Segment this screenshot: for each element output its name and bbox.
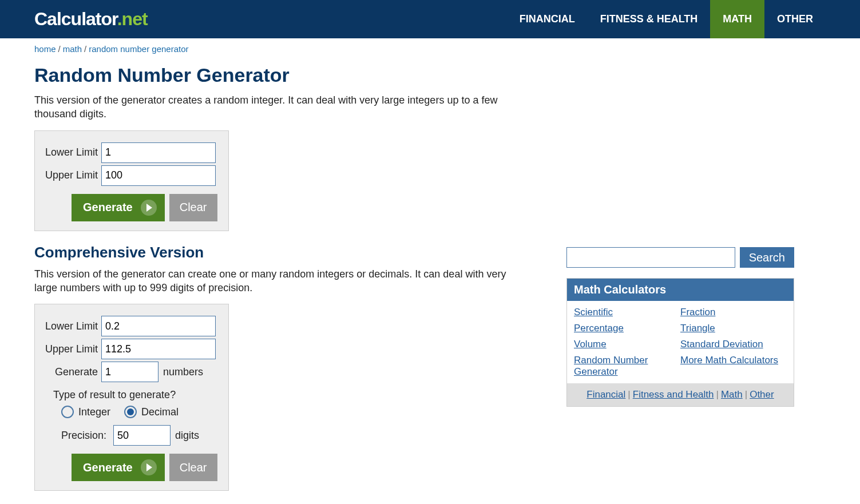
breadcrumb-math[interactable]: math [63, 44, 82, 54]
logo-name: Calculator [34, 9, 117, 29]
link-fraction[interactable]: Fraction [680, 307, 787, 318]
footer-fitness-health[interactable]: Fitness and Health [633, 389, 714, 400]
comp-clear-button[interactable]: Clear [169, 454, 217, 481]
sidebar: Search Math Calculators Scientific Perce… [566, 247, 794, 407]
radio-integer-label: Integer [78, 406, 110, 418]
breadcrumb-home[interactable]: home [34, 44, 56, 54]
generate-label: Generate [83, 461, 133, 474]
sidebox-title: Math Calculators [567, 279, 794, 301]
simple-lower-label: Lower Limit [44, 146, 101, 158]
comprehensive-intro: This version of the generator can create… [34, 267, 526, 295]
link-volume[interactable]: Volume [574, 339, 680, 350]
footer-financial[interactable]: Financial [586, 389, 625, 400]
radio-circle-icon [124, 406, 137, 418]
precision-suffix: digits [175, 430, 199, 442]
result-type-question: Type of result to generate? [53, 389, 219, 401]
radio-decimal[interactable]: Decimal [124, 406, 179, 418]
nav-financial[interactable]: FINANCIAL [507, 0, 588, 38]
simple-clear-button[interactable]: Clear [169, 194, 217, 221]
generate-label: Generate [83, 201, 133, 214]
logo[interactable]: Calculator.net [34, 9, 148, 30]
search-input[interactable] [566, 247, 735, 268]
link-triangle[interactable]: Triangle [680, 323, 787, 334]
simple-panel: Lower Limit Upper Limit Generate Clear [34, 130, 229, 231]
radio-circle-icon [61, 406, 74, 418]
link-standard-deviation[interactable]: Standard Deviation [680, 339, 787, 350]
page-intro: This version of the generator creates a … [34, 93, 526, 121]
nav-fitness-health[interactable]: FITNESS & HEALTH [588, 0, 711, 38]
footer-other[interactable]: Other [750, 389, 774, 400]
play-icon [141, 200, 157, 216]
comp-generate-button[interactable]: Generate [72, 454, 165, 481]
main-content: home/math/random number generator Random… [34, 44, 538, 491]
math-calculators-box: Math Calculators Scientific Percentage V… [566, 278, 794, 407]
comp-lower-label: Lower Limit [44, 320, 101, 332]
page-title: Random Number Generator [34, 64, 538, 86]
nav-other[interactable]: OTHER [764, 0, 826, 38]
simple-upper-input[interactable] [101, 165, 216, 186]
radio-integer[interactable]: Integer [61, 406, 110, 418]
logo-dot: . [117, 9, 122, 29]
precision-input[interactable] [113, 425, 171, 446]
breadcrumb-current[interactable]: random number generator [89, 44, 188, 54]
main-nav: FINANCIAL FITNESS & HEALTH MATH OTHER [507, 0, 826, 38]
comp-generate-label: Generate [44, 366, 101, 378]
link-random-number-generator[interactable]: Random Number Generator [574, 355, 680, 378]
sidebox-footer: Financial|Fitness and Health|Math|Other [567, 383, 794, 406]
simple-upper-label: Upper Limit [44, 169, 101, 181]
comprehensive-heading: Comprehensive Version [34, 244, 538, 261]
comp-lower-input[interactable] [101, 316, 216, 336]
comp-count-input[interactable] [101, 362, 158, 382]
simple-generate-button[interactable]: Generate [72, 194, 165, 221]
radio-decimal-label: Decimal [141, 406, 179, 418]
link-more-math-calculators[interactable]: More Math Calculators [680, 355, 787, 366]
footer-math[interactable]: Math [721, 389, 743, 400]
precision-label: Precision: [61, 430, 110, 442]
logo-ext: net [122, 9, 148, 29]
link-percentage[interactable]: Percentage [574, 323, 680, 334]
numbers-suffix: numbers [163, 366, 203, 378]
nav-math[interactable]: MATH [710, 0, 764, 38]
header: Calculator.net FINANCIAL FITNESS & HEALT… [0, 0, 860, 38]
search-button[interactable]: Search [740, 247, 794, 268]
simple-lower-input[interactable] [101, 142, 216, 163]
breadcrumb: home/math/random number generator [34, 44, 538, 54]
comp-upper-label: Upper Limit [44, 343, 101, 355]
comprehensive-panel: Lower Limit Upper Limit Generate numbers… [34, 304, 229, 491]
link-scientific[interactable]: Scientific [574, 307, 680, 318]
play-icon [141, 459, 157, 475]
comp-upper-input[interactable] [101, 339, 216, 359]
